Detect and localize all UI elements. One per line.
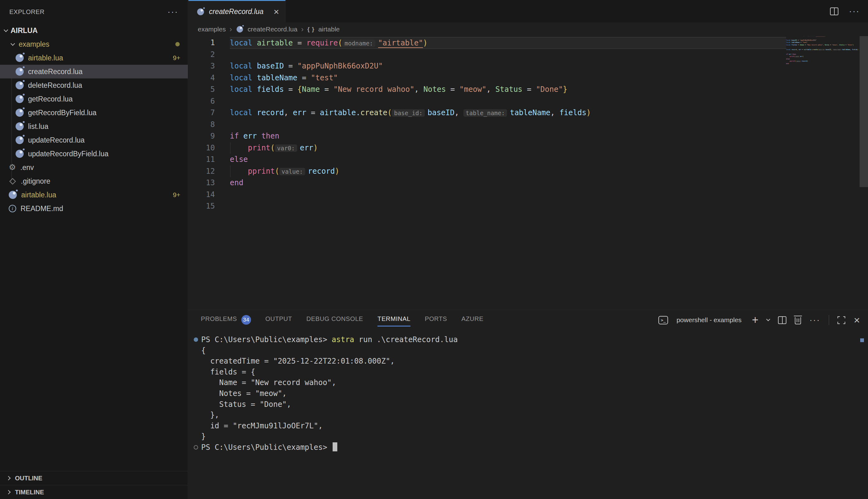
explorer-item-airtable.lua[interactable]: airtable.lua9+	[0, 188, 188, 202]
code-token: baseID	[427, 108, 455, 117]
explorer-more-actions-button[interactable]	[168, 7, 179, 17]
code-line-4[interactable]: 4local tableName = "test"	[189, 72, 868, 84]
lua-file-icon	[15, 150, 24, 158]
panel-tab-azure[interactable]: AZURE	[461, 314, 484, 327]
code-token: "airtable"	[378, 39, 423, 48]
terminal[interactable]: PS C:\Users\Public\examples> astra run .…	[189, 330, 868, 499]
line-number: 5	[189, 84, 215, 96]
outline-section-header[interactable]: OUTLINE	[0, 471, 188, 485]
code-line-5[interactable]: 5local fields = {Name = "New record waho…	[189, 84, 868, 96]
explorer-item-updateRecordByField.lua[interactable]: updateRecordByField.lua	[0, 147, 188, 161]
code-token: ,	[414, 85, 423, 94]
code-token: "New record wahoo"	[333, 85, 414, 94]
breadcrumb-separator-icon	[301, 25, 304, 34]
explorer-item-getRecord.lua[interactable]: getRecord.lua	[0, 92, 188, 106]
file-label: README.md	[21, 205, 63, 213]
code-editor[interactable]: 1local airtable = require(modname:"airta…	[189, 36, 868, 310]
explorer-item-airtable.lua[interactable]: airtable.lua9+	[0, 51, 188, 65]
code-line-13[interactable]: 13end	[189, 177, 868, 189]
lua-file-icon	[15, 136, 24, 144]
maximize-panel-icon[interactable]	[837, 316, 845, 324]
terminal-text: fields = {	[201, 368, 255, 376]
code-token: =	[284, 85, 297, 94]
panel-tab-terminal[interactable]: TERMINAL	[377, 314, 410, 327]
kill-terminal-icon[interactable]	[795, 317, 801, 324]
file-label: updateRecordByField.lua	[28, 150, 108, 158]
inlay-hint: table_name:	[463, 109, 507, 117]
sidebar: EXPLORER AIRLUAexamplesairtable.lua9+cre…	[0, 0, 188, 499]
code-line-8[interactable]: 8	[189, 119, 868, 131]
code-line-12[interactable]: 12 pprint(value:record)	[189, 166, 868, 178]
code-line-10[interactable]: 10 print(var0:err)	[189, 142, 868, 154]
code-token: =	[320, 85, 333, 94]
line-number: 11	[189, 154, 215, 166]
code-token: {	[298, 85, 302, 94]
chevron-down-icon	[4, 28, 8, 32]
tab-createRecord[interactable]: createRecord.lua	[189, 0, 286, 22]
timeline-label: TIMELINE	[15, 489, 44, 496]
more-actions-icon[interactable]	[849, 7, 860, 16]
terminal-title[interactable]: powershell - examples	[676, 316, 742, 324]
breadcrumb-symbol[interactable]: airtable	[318, 25, 340, 33]
explorer-item-deleteRecord.lua[interactable]: deleteRecord.lua	[0, 78, 188, 92]
panel-tab-problems[interactable]: PROBLEMS34	[201, 313, 251, 327]
terminal-line: Name = "New record wahoo",	[201, 377, 868, 388]
code-line-6[interactable]: 6	[189, 96, 868, 107]
editor-actions	[830, 0, 860, 22]
sidebar-sections: OUTLINE TIMELINE	[0, 471, 188, 499]
close-panel-icon[interactable]	[854, 315, 860, 325]
code-line-14[interactable]: 14	[189, 189, 868, 201]
code-line-3[interactable]: 3local baseID = "appPuNphBk66oxD2U"	[189, 60, 868, 72]
terminal-line: PS C:\Users\Public\examples> astra run .…	[201, 334, 868, 345]
minimap[interactable]: 1local airtable = require(modname:"airta…	[786, 36, 859, 146]
explorer-item-getRecordByField.lua[interactable]: getRecordByField.lua	[0, 106, 188, 120]
panel-tab-debug-console[interactable]: DEBUG CONSOLE	[306, 314, 363, 327]
code-line-15[interactable]: 15	[189, 200, 868, 212]
breadcrumb-folder[interactable]: examples	[198, 25, 226, 33]
panel-more-actions-icon[interactable]	[809, 315, 820, 325]
tab-close-icon[interactable]	[274, 7, 279, 16]
code-token	[230, 144, 248, 152]
command-decoration-hollow-icon[interactable]	[194, 445, 198, 450]
line-content: end	[230, 177, 786, 189]
code-line-9[interactable]: 9if err then	[189, 131, 868, 142]
code-line-11[interactable]: 11else	[189, 154, 868, 166]
explorer-item-.env[interactable]: .env	[0, 161, 188, 174]
timeline-section-header[interactable]: TIMELINE	[0, 485, 188, 499]
line-number: 7	[189, 107, 215, 119]
new-terminal-icon[interactable]	[752, 316, 758, 325]
split-terminal-icon[interactable]	[778, 316, 786, 324]
code-line-7[interactable]: 7local record, err = airtable.create(bas…	[189, 107, 868, 119]
explorer-item-.gitignore[interactable]: .gitignore	[0, 174, 188, 188]
panel-tab-output[interactable]: OUTPUT	[265, 314, 292, 327]
code-token: "meow"	[459, 85, 486, 94]
git-file-icon	[9, 178, 16, 184]
lua-file-icon	[15, 54, 24, 62]
terminal-dropdown-chevron-icon[interactable]	[766, 317, 770, 321]
line-content: print(var0:err)	[230, 142, 786, 154]
info-file-icon: i	[9, 205, 16, 212]
line-number: 12	[189, 166, 215, 178]
split-editor-icon[interactable]	[830, 8, 839, 15]
explorer-item-README.md[interactable]: iREADME.md	[0, 202, 188, 216]
file-label: airtable.lua	[28, 54, 63, 62]
command-decoration-filled-icon[interactable]	[194, 338, 198, 342]
explorer-item-list.lua[interactable]: list.lua	[0, 120, 188, 133]
panel-tab-ports[interactable]: PORTS	[425, 314, 447, 327]
breadcrumb-file[interactable]: createRecord.lua	[248, 25, 298, 33]
code-token: }	[563, 85, 567, 94]
terminal-text: id = "recMJmu91lJoOEr7L",	[201, 422, 323, 430]
code-token: pprint	[248, 167, 275, 175]
editor-scrollbar[interactable]	[859, 36, 868, 187]
explorer-item-AIRLUA[interactable]: AIRLUA	[0, 24, 188, 37]
explorer-item-examples[interactable]: examples	[0, 37, 188, 51]
code-token: baseID	[257, 62, 284, 70]
line-number: 9	[189, 131, 215, 142]
explorer-item-updateRecord.lua[interactable]: updateRecord.lua	[0, 133, 188, 147]
code-line-2[interactable]: 2	[189, 49, 868, 61]
explorer-item-createRecord.lua[interactable]: createRecord.lua	[0, 65, 188, 78]
panel-tab-label: TERMINAL	[377, 315, 410, 327]
code-line-1[interactable]: 1local airtable = require(modname:"airta…	[189, 37, 868, 49]
file-label: examples	[19, 40, 49, 49]
lua-file-icon	[15, 81, 24, 89]
